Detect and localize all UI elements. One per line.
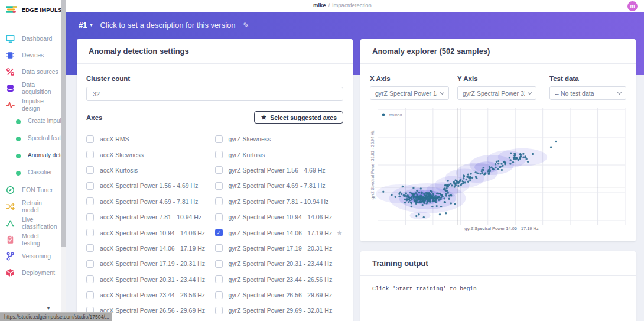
sidebar-item-retrain-model[interactable]: Retrain model (0, 198, 66, 215)
axis-checkbox-item[interactable]: ✓gyrZ Skewness (215, 131, 344, 147)
cluster-count-input[interactable] (86, 87, 343, 101)
checkbox-icon[interactable]: ✓ (215, 307, 223, 314)
axis-checkbox-item[interactable]: ✓accX Spectral Power 23.44 - 26.56 Hz (86, 287, 215, 303)
checkbox-icon[interactable]: ✓ (86, 275, 94, 283)
devices-icon (6, 50, 15, 60)
sidebar-scrollbar-thumb[interactable] (61, 0, 66, 247)
sidebar-item-deployment[interactable]: Deployment (0, 264, 66, 281)
sidebar-item-model-testing[interactable]: Model testing (0, 231, 66, 248)
sidebar-item-live-classification[interactable]: Live classification (0, 215, 66, 231)
axes-grid-row: ✓accX Spectral Power 29.69 - 32.81 Hz✓gy… (86, 319, 343, 321)
sidebar-subitem-classifier[interactable]: Classifier (0, 164, 66, 181)
checkbox-icon[interactable]: ✓ (215, 151, 223, 158)
checkbox-icon[interactable]: ✓ (215, 275, 223, 283)
axis-checkbox-item[interactable]: ✓accX Spectral Power 1.56 - 4.69 Hz (86, 178, 215, 193)
axis-checkbox-item[interactable]: ✓accX Kurtosis (86, 163, 215, 178)
checkbox-icon[interactable]: ✓ (215, 182, 223, 190)
sidebar-item-label: Versioning (22, 252, 51, 260)
sidebar-item-data-acquisition[interactable]: Data acquisition (0, 80, 66, 96)
sidebar-item-eon-tuner[interactable]: EON Tuner (0, 181, 66, 198)
axis-checkbox-item[interactable]: ✓gyrZ Kurtosis (215, 147, 344, 162)
select-suggested-axes-button[interactable]: ★ Select suggested axes (254, 111, 343, 124)
axis-checkbox-label: gyrZ Spectral Power 23.44 - 26.56 Hz (229, 276, 333, 283)
x-axis-select[interactable]: gyrZ Spectral Power 14.06 (370, 86, 449, 100)
axis-checkbox-item[interactable]: ✓gyrZ Spectral Power 17.19 - 20.31 Hz (215, 241, 344, 256)
axis-checkbox-item[interactable]: ✓gyrZ Spectral Power 4.69 - 7.81 Hz (215, 178, 344, 193)
sidebar-item-impulse-design[interactable]: Impulse design (0, 96, 66, 113)
scroll-down-arrow-icon[interactable]: ▼ (46, 306, 51, 311)
checkbox-icon[interactable]: ✓ (86, 291, 94, 299)
axis-checkbox-label: accX Spectral Power 1.56 - 4.69 Hz (100, 182, 198, 189)
settings-card-title: Anomaly detection settings (77, 39, 353, 64)
checkbox-icon[interactable]: ✓ (86, 151, 94, 158)
axis-checkbox-label: accX Spectral Power 10.94 - 14.06 Hz (100, 229, 205, 236)
axis-checkbox-item[interactable]: ✓accX Spectral Power 10.94 - 14.06 Hz (86, 225, 215, 240)
x-axis-label: X Axis (370, 75, 449, 82)
axis-checkbox-item[interactable]: ✓gyrZ Spectral Power 26.56 - 29.69 Hz (215, 287, 344, 303)
checkbox-icon[interactable]: ✓ (215, 135, 223, 143)
axis-checkbox-item[interactable]: ✓gyrZ Spectral Power 23.44 - 26.56 Hz (215, 272, 344, 287)
axis-checkbox-item[interactable]: ✓accX Spectral Power 4.69 - 7.81 Hz (86, 194, 215, 209)
anomaly-explorer-card: Anomaly explorer (502 samples) X Axis gy… (360, 39, 636, 241)
sidebar-subitem-anomaly-detection[interactable]: Anomaly detection (0, 147, 66, 164)
anomaly-scatter-chart[interactable]: trainedgyrZ Spectral Power 32.81 - 35.94… (370, 107, 626, 235)
sidebar-item-data-sources[interactable]: Data sources (0, 63, 66, 80)
y-axis-select[interactable]: gyrZ Spectral Power 32.81 (457, 86, 536, 100)
checkbox-checked-icon[interactable]: ✓ (215, 229, 223, 236)
axis-checkbox-item[interactable]: ✓accX Spectral Power 7.81 - 10.94 Hz (86, 209, 215, 225)
axis-checkbox-item[interactable]: ✓gyrZ Spectral Power 1.56 - 4.69 Hz (215, 163, 344, 178)
sidebar-item-devices[interactable]: Devices (0, 47, 66, 63)
axis-checkbox-label: gyrZ Spectral Power 29.69 - 32.81 Hz (229, 307, 333, 314)
edge-impulse-logo[interactable]: EDGE IMPULSE (0, 0, 66, 14)
checkbox-icon[interactable]: ✓ (86, 182, 94, 190)
data-sources-icon (6, 67, 15, 76)
retrain-model-icon (6, 202, 15, 211)
checkbox-icon[interactable]: ✓ (86, 135, 94, 143)
checkbox-icon[interactable]: ✓ (86, 213, 94, 221)
user-avatar[interactable]: m (627, 1, 638, 11)
version-dropdown[interactable]: #1 ▾ (79, 21, 92, 30)
axis-checkbox-item[interactable]: ✓gyrZ Spectral Power 7.81 - 10.94 Hz (215, 194, 344, 209)
axis-checkbox-item[interactable]: ✓gyrZ Spectral Power 10.94 - 14.06 Hz (215, 209, 344, 225)
sidebar-subitem-spectral-features[interactable]: Spectral features (0, 130, 66, 147)
axis-checkbox-label: accX Kurtosis (100, 167, 138, 174)
axis-checkbox-item[interactable]: ✓gyrZ Spectral Power 32.81 - 35.94 Hz★ (215, 319, 344, 321)
breadcrumb-user-link[interactable]: mike (313, 2, 326, 8)
axes-grid-row: ✓accX Spectral Power 1.56 - 4.69 Hz✓gyrZ… (86, 178, 343, 193)
svg-text:gyrZ Spectral Power 32.81 - 3: gyrZ Spectral Power 32.81 - 35.94 Hz (370, 130, 375, 200)
test-data-select[interactable]: -- No test data (549, 86, 626, 100)
axis-checkbox-item[interactable]: ✓gyrZ Spectral Power 14.06 - 17.19 Hz★ (215, 225, 344, 240)
checkbox-icon[interactable]: ✓ (215, 197, 223, 205)
dashboard-icon (6, 34, 15, 43)
checkbox-icon[interactable]: ✓ (215, 213, 223, 221)
sidebar-scrollbar[interactable] (61, 0, 66, 321)
checkbox-icon[interactable]: ✓ (215, 260, 223, 268)
checkbox-icon[interactable]: ✓ (86, 244, 94, 252)
axis-checkbox-item[interactable]: ✓gyrZ Spectral Power 20.31 - 23.44 Hz (215, 256, 344, 271)
axis-checkbox-label: gyrZ Spectral Power 10.94 - 14.06 Hz (229, 213, 333, 221)
axis-checkbox-label: accX Spectral Power 14.06 - 17.19 Hz (100, 245, 205, 252)
sidebar-subitem-create-impulse[interactable]: Create impulse (0, 113, 66, 130)
sidebar-item-label: Dashboard (22, 35, 52, 43)
axis-checkbox-item[interactable]: ✓accX Skewness (86, 147, 215, 162)
checkbox-icon[interactable]: ✓ (215, 244, 223, 252)
axis-checkbox-item[interactable]: ✓accX Spectral Power 17.19 - 20.31 Hz (86, 256, 215, 271)
version-description[interactable]: Click to set a description for this vers… (100, 21, 235, 30)
axis-checkbox-item[interactable]: ✓gyrZ Spectral Power 29.69 - 32.81 Hz (215, 303, 344, 318)
breadcrumb-project-link[interactable]: impactdetection (332, 2, 372, 8)
svg-text:gyrZ Spectral Power 14.06 - 17: gyrZ Spectral Power 14.06 - 17.19 Hz (464, 226, 539, 231)
edit-icon[interactable]: ✎ (243, 21, 249, 30)
checkbox-icon[interactable]: ✓ (86, 260, 94, 268)
checkbox-icon[interactable]: ✓ (215, 166, 223, 174)
sidebar-item-versioning[interactable]: Versioning (0, 248, 66, 264)
checkbox-icon[interactable]: ✓ (86, 229, 94, 236)
checkbox-icon[interactable]: ✓ (86, 166, 94, 174)
axis-checkbox-item[interactable]: ✓accX RMS (86, 131, 215, 147)
y-axis-value: gyrZ Spectral Power 32.81 (463, 90, 525, 97)
sidebar-item-dashboard[interactable]: Dashboard (0, 30, 66, 47)
axis-checkbox-label: gyrZ Skewness (229, 135, 271, 142)
axis-checkbox-item[interactable]: ✓accX Spectral Power 20.31 - 23.44 Hz (86, 272, 215, 287)
checkbox-icon[interactable]: ✓ (86, 197, 94, 205)
checkbox-icon[interactable]: ✓ (215, 291, 223, 299)
axis-checkbox-item[interactable]: ✓accX Spectral Power 14.06 - 17.19 Hz (86, 241, 215, 256)
